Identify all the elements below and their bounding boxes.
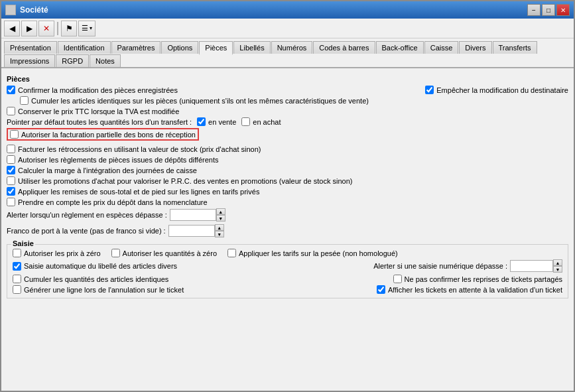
cb-facturer-retrocessions-label: Facturer les rétrocessions en utilisant … [18,145,261,153]
tab-caisse[interactable]: Caisse [424,41,459,54]
tab-transferts[interactable]: Transferts [493,41,537,54]
s-cb4-row: Saisie automatique du libellé des articl… [13,262,177,271]
cb-empecher-row: Empêcher la modification du destinataire [425,86,568,94]
s-cb-qte-zero[interactable] [111,249,120,257]
cb-cumuler-row: Cumuler les articles identiques sur les … [7,96,568,105]
franco-down[interactable]: ▼ [215,231,224,237]
cb-conserver[interactable] [7,107,15,115]
alert-especes-input[interactable]: 1 000,00 [170,209,216,221]
s-alert-up[interactable]: ▲ [553,259,562,266]
tab-impressions[interactable]: Impressions [4,54,55,67]
cb-empecher[interactable] [425,86,434,94]
cb-reglements-depots[interactable] [7,155,15,164]
cb-promotions-achat[interactable] [7,176,15,185]
toolbar-back-button[interactable]: ◀ [4,21,20,36]
s-cb1-row: Autoriser les prix à zéro [13,249,101,257]
cb-calculer-marge-label: Calculer la marge à l'intégration des jo… [18,166,197,174]
minimize-button[interactable]: − [527,4,541,16]
alert-especes-row: Alerter lorsqu'un règlement en espèces d… [7,208,568,222]
tab-pieces[interactable]: Pièces [199,41,233,55]
s-cb-generer-ligne[interactable] [13,285,21,294]
toolbar-flag-button[interactable]: ⚑ [61,21,77,36]
s-cb-cumuler-qte[interactable] [13,275,21,283]
main-window: Société − □ ✕ ◀ ▶ ✕ ⚑ ☰ ▾ Présentation I… [0,0,575,392]
tab-divers[interactable]: Divers [459,41,491,54]
tabs-bar: Présentation Identification Paramètres O… [1,38,574,68]
toolbar-dropdown-arrow: ▾ [90,25,92,31]
alert-especes-input-group: 1 000,00 ▲ ▼ [170,208,225,222]
cb-facturation-partielle[interactable] [10,130,19,139]
pointer-row: Pointer par défaut toutes les quantités … [7,117,568,126]
tab-back-office[interactable]: Back-office [376,41,424,54]
cb-reglements-depots-label: Autoriser les règlements de pièces issue… [18,156,218,164]
s-cb-afficher-tickets-label: Afficher les tickets en attente à la val… [388,286,562,294]
title-bar-left: Société [5,5,48,15]
toolbar: ◀ ▶ ✕ ⚑ ☰ ▾ [1,19,574,38]
tab-codes-barres[interactable]: Codes à barres [313,41,375,54]
s-cb-afficher-tickets[interactable] [377,285,385,294]
franco-input[interactable] [168,225,215,237]
s-cb-pesee-label: Appliquer les tarifs sur la pesée (non h… [239,249,398,257]
s-alert-numerique-input[interactable]: 99 999,00 [510,260,553,272]
s-cb5-row: Cumuler les quantités des articles ident… [13,275,168,283]
cb-calculer-marge[interactable] [7,166,15,174]
s-cb-prix-zero[interactable] [13,249,21,257]
cb-promotions-row: Utiliser les promotions d'achat pour val… [7,176,568,185]
s-cb3-row: Appliquer les tarifs sur la pesée (non h… [227,249,398,257]
pointer-label: Pointer par défaut toutes les quantités … [7,118,192,126]
tab-identification[interactable]: Identification [58,41,111,54]
cb-en-achat-label: en achat [253,118,281,126]
tab-parametres[interactable]: Paramètres [111,41,161,54]
tab-presentation[interactable]: Présentation [4,41,57,54]
section1-title: Pièces [7,75,568,83]
s-alert-numerique-row: Alerter si une saisie numérique dépasse … [373,259,562,273]
cb-remises-label: Appliquer les remises de sous-total et d… [18,188,259,196]
cb-cumuler-label: Cumuler les articles identiques sur les … [31,97,369,105]
cb-facturer-retro-row: Facturer les rétrocessions en utilisant … [7,145,568,153]
alert-especes-spinners: ▲ ▼ [216,208,225,222]
cb-facturer-retrocessions[interactable] [7,145,15,153]
cb-marge-row: Calculer la marge à l'intégration des jo… [7,166,568,174]
s-alert-numerique-group: 99 999,00 ▲ ▼ [510,259,562,273]
cb-en-achat[interactable] [241,117,250,126]
cb-en-vente-label: en vente [208,118,236,126]
alert-especes-down[interactable]: ▼ [216,215,225,222]
tab-rgpd[interactable]: RGPD [56,54,89,67]
s-cb-libelle-label: Saisie automatique du libellé des articl… [24,262,177,270]
cb-remises-row: Appliquer les remises de sous-total et d… [7,187,568,196]
cb-en-vente[interactable] [197,117,206,126]
toolbar-forward-button[interactable]: ▶ [21,21,37,36]
s-cb-ne-pas-confirmer[interactable] [393,275,402,283]
franco-input-group: ▲ ▼ [168,224,224,237]
s-cb-qte-zero-label: Autoriser les quantités à zéro [123,249,217,257]
section2-title: Saisie [11,239,35,247]
s-cb-prix-zero-label: Autoriser les prix à zéro [24,249,101,257]
tab-numeros[interactable]: Numéros [271,41,313,54]
franco-up[interactable]: ▲ [215,224,224,231]
toolbar-close-button[interactable]: ✕ [38,21,54,36]
s-cb-cumuler-qte-label: Cumuler les quantités des articles ident… [24,275,168,283]
cb-prix-depot[interactable] [7,198,15,206]
tab-notes[interactable]: Notes [90,54,121,67]
s-alert-down[interactable]: ▼ [553,266,562,273]
cb-prix-depot-label: Prendre en compte les prix du dépôt dans… [18,198,208,206]
s-cb-libelle[interactable] [13,262,21,271]
cb-cumuler[interactable] [20,96,29,105]
toolbar-menu-button[interactable]: ☰ ▾ [78,21,96,36]
cb-confirmer[interactable] [7,86,15,94]
tab-libelles[interactable]: Libellés [233,41,270,54]
cb-reglements-row: Autoriser les règlements de pièces issue… [7,155,568,164]
content-area: Pièces Confirmer la modification des piè… [1,68,574,391]
cb-facturation-highlight: Autoriser la facturation partielle des b… [7,128,199,141]
toolbar-menu-icon: ☰ [82,24,88,33]
franco-row: Franco de port à la vente (pas de franco… [7,224,568,237]
maximize-button[interactable]: □ [542,4,555,16]
cb-confirmer-label: Confirmer la modification des pièces enr… [18,86,178,94]
tab-options[interactable]: Options [161,41,198,54]
title-buttons: − □ ✕ [527,4,570,16]
franco-label: Franco de port à la vente (pas de franco… [7,227,166,235]
alert-especes-up[interactable]: ▲ [216,208,225,215]
s-cb-pesee[interactable] [227,249,236,257]
close-button[interactable]: ✕ [556,4,570,16]
cb-remises[interactable] [7,187,15,196]
